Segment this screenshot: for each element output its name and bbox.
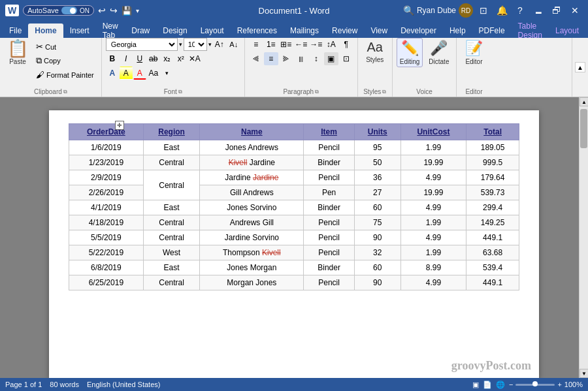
- copy-button[interactable]: ⧉ Copy: [33, 54, 97, 67]
- styles-expand-icon[interactable]: ⧉: [382, 89, 386, 95]
- increase-font-size-button[interactable]: A↑: [213, 38, 226, 51]
- tab-view[interactable]: View: [364, 23, 394, 38]
- editor-button[interactable]: 📝 Editor: [461, 38, 487, 67]
- strikethrough-button[interactable]: ab: [147, 52, 160, 65]
- help-button[interactable]: ?: [512, 3, 528, 18]
- styles-button[interactable]: Aa Styles: [362, 38, 388, 65]
- highlight-color-button[interactable]: A: [120, 67, 133, 80]
- tab-layout2[interactable]: Layout: [549, 23, 585, 38]
- font-expand-icon[interactable]: ⧉: [178, 89, 182, 95]
- close-button[interactable]: ✕: [567, 3, 583, 18]
- minimize-button[interactable]: 🗕: [531, 3, 546, 18]
- numbered-list-button[interactable]: 1≡: [264, 38, 278, 51]
- bullets-button[interactable]: ≡: [249, 38, 263, 51]
- scroll-thumb[interactable]: [580, 109, 587, 148]
- decrease-font-size-button[interactable]: A↓: [227, 38, 240, 51]
- subscript-button[interactable]: x₂: [161, 52, 174, 65]
- tab-newtab[interactable]: New Tab: [96, 23, 125, 38]
- restore-button[interactable]: 🗗: [549, 3, 564, 18]
- clear-format-button[interactable]: ✕A: [188, 52, 201, 65]
- search-icon[interactable]: 🔍: [403, 5, 414, 16]
- font-color-row: A A A Aa ▾: [106, 67, 240, 80]
- ribbon-area: 📋 Paste ✂ Cut ⧉ Copy: [0, 38, 588, 97]
- cell-region: Central: [143, 275, 200, 290]
- paragraph-expand-icon[interactable]: ⧉: [315, 89, 319, 95]
- tab-developer[interactable]: Developer: [394, 23, 443, 38]
- text-effects-button[interactable]: A: [106, 67, 119, 80]
- justify-button[interactable]: ⫼: [294, 52, 308, 65]
- customize-qat-icon[interactable]: ▾: [136, 7, 139, 14]
- tab-layout[interactable]: Layout: [194, 23, 231, 38]
- notifications-button[interactable]: 🔔: [494, 3, 510, 18]
- sort-button[interactable]: ↕A: [324, 38, 338, 51]
- cell-item: Binder: [304, 260, 355, 275]
- tab-references[interactable]: References: [231, 23, 284, 38]
- tab-help[interactable]: Help: [443, 23, 472, 38]
- tab-draw[interactable]: Draw: [125, 23, 156, 38]
- italic-button[interactable]: I: [120, 52, 133, 65]
- change-case-button[interactable]: Aa: [147, 67, 160, 80]
- clipboard-expand-icon[interactable]: ⧉: [63, 89, 67, 95]
- font-color-dropdown[interactable]: ▾: [161, 67, 174, 80]
- print-layout-icon[interactable]: 📄: [483, 381, 492, 389]
- align-right-button[interactable]: ⫸: [279, 52, 293, 65]
- font-color-button[interactable]: A: [133, 67, 146, 80]
- header-name: Name: [200, 124, 304, 140]
- autosave-toggle[interactable]: [61, 7, 77, 14]
- tab-design[interactable]: Design: [156, 23, 193, 38]
- font-name-dropdown-icon[interactable]: ▾: [179, 41, 182, 48]
- redo-icon[interactable]: ↪: [110, 5, 118, 16]
- status-bar: Page 1 of 1 80 words English (United Sta…: [0, 378, 588, 391]
- autosave-badge[interactable]: AutoSave ON: [23, 5, 94, 16]
- format-painter-button[interactable]: 🖌 Format Painter: [33, 69, 97, 81]
- bold-button[interactable]: B: [106, 52, 119, 65]
- zoom-level: 100%: [564, 381, 583, 388]
- tab-table-design[interactable]: Table Design: [512, 23, 549, 38]
- zoom-slider[interactable]: [515, 384, 555, 386]
- undo-icon[interactable]: ↩: [98, 5, 106, 16]
- tab-home[interactable]: Home: [28, 23, 63, 38]
- line-spacing-button[interactable]: ↕: [309, 52, 323, 65]
- font-name-select[interactable]: Georgia: [106, 38, 178, 51]
- borders-button[interactable]: ⊡: [339, 52, 353, 65]
- tab-insert[interactable]: Insert: [63, 23, 96, 38]
- tab-review[interactable]: Review: [325, 23, 364, 38]
- scroll-down-button[interactable]: ▼: [580, 369, 588, 378]
- tab-mailings[interactable]: Mailings: [284, 23, 325, 38]
- ribbon-collapse-button[interactable]: ▲: [575, 62, 585, 72]
- shading-button[interactable]: ▣: [324, 52, 338, 65]
- quick-save-icon[interactable]: 💾: [122, 6, 132, 16]
- tab-pdfele[interactable]: PDFele: [472, 23, 512, 38]
- cell-unitcost: 1.99: [400, 245, 466, 260]
- cell-item: Pencil: [304, 245, 355, 260]
- scroll-up-button[interactable]: ▲: [580, 97, 588, 106]
- scroll-track[interactable]: [580, 106, 588, 369]
- table-move-handle[interactable]: ✛: [115, 121, 124, 130]
- cut-button[interactable]: ✂ Cut: [33, 40, 97, 53]
- show-formatting-button[interactable]: ¶: [339, 38, 353, 51]
- zoom-out-button[interactable]: −: [509, 381, 513, 388]
- styles-label: Styles ⧉: [362, 87, 388, 97]
- font-size-select[interactable]: 10: [184, 38, 207, 51]
- paste-button[interactable]: 📋 Paste: [4, 38, 31, 67]
- web-layout-icon[interactable]: 🌐: [496, 381, 505, 389]
- dictate-button[interactable]: 🎤 Dictate: [425, 38, 452, 67]
- align-left-button[interactable]: ⫷: [249, 52, 263, 65]
- zoom-control: − + 100%: [509, 381, 583, 388]
- cell-units: 50: [354, 155, 400, 170]
- align-center-button[interactable]: ≡: [264, 52, 278, 65]
- ribbon-display-options-button[interactable]: ⊡: [476, 3, 491, 18]
- editing-button[interactable]: ✏️ Editing: [397, 38, 423, 67]
- focus-mode-icon[interactable]: ▣: [472, 381, 479, 389]
- voice-content: ✏️ Editing 🎤 Dictate: [397, 38, 453, 87]
- cell-name: Jones Sorvino: [200, 200, 304, 215]
- underline-button[interactable]: U: [133, 52, 146, 65]
- superscript-button[interactable]: x²: [174, 52, 188, 65]
- tab-file[interactable]: File: [3, 23, 28, 38]
- paragraph-content: ≡ 1≡ ⊞≡ ←≡ →≡ ↕A ¶ ⫷ ≡ ⫸ ⫼: [249, 38, 353, 87]
- decrease-indent-button[interactable]: ←≡: [294, 38, 308, 51]
- increase-indent-button[interactable]: →≡: [309, 38, 323, 51]
- font-size-dropdown-icon[interactable]: ▾: [208, 41, 212, 48]
- multilevel-list-button[interactable]: ⊞≡: [279, 38, 293, 51]
- zoom-in-button[interactable]: +: [557, 381, 561, 388]
